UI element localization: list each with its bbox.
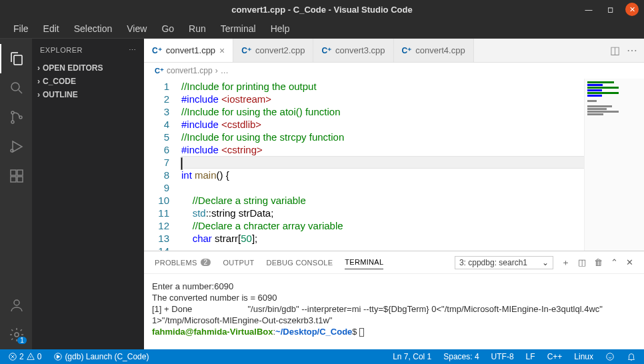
- activitybar: 1: [0, 39, 32, 349]
- more-icon[interactable]: ⋯: [627, 44, 637, 57]
- chevron-right-icon: ›: [215, 66, 218, 75]
- more-icon: …: [221, 66, 229, 75]
- tab-convert2-cpp[interactable]: C⁺convert2.cpp: [233, 39, 313, 62]
- menu-file[interactable]: File: [7, 21, 35, 37]
- sidebar-section-open-editors[interactable]: ›OPEN EDITORS: [32, 61, 144, 75]
- feedback-icon[interactable]: [603, 352, 617, 361]
- tab-output[interactable]: OUTPUT: [223, 256, 254, 269]
- svg-point-9: [14, 300, 19, 305]
- search-icon[interactable]: [0, 73, 32, 103]
- explorer-icon[interactable]: [0, 44, 32, 73]
- status-os[interactable]: Linux: [571, 352, 596, 361]
- svg-point-4: [11, 149, 13, 152]
- sidebar: EXPLORER ⋯ ›OPEN EDITORS›C_CODE›OUTLINE: [32, 39, 144, 349]
- close-panel-icon[interactable]: ✕: [626, 257, 633, 267]
- status-launch-config[interactable]: (gdb) Launch (C_Code): [51, 352, 151, 361]
- code-editor[interactable]: 1234567891011121314 //Include for printi…: [144, 79, 644, 251]
- sidebar-title: EXPLORER: [40, 46, 83, 54]
- code-content[interactable]: //Include for printing the output#includ…: [181, 79, 644, 251]
- tab-convert1-cpp[interactable]: C⁺convert1.cpp×: [144, 39, 233, 62]
- window-title: convert1.cpp - C_Code - Visual Studio Co…: [0, 5, 644, 15]
- cpp-file-icon: C⁺: [402, 46, 412, 55]
- maximize-panel-icon[interactable]: ⌃: [611, 257, 618, 267]
- new-terminal-icon[interactable]: ＋: [561, 257, 570, 269]
- sidebar-section-outline[interactable]: ›OUTLINE: [32, 88, 144, 101]
- svg-point-2: [11, 121, 14, 123]
- extensions-icon[interactable]: [0, 161, 32, 191]
- tab-convert3-cpp[interactable]: C⁺convert3.cpp: [313, 39, 393, 62]
- trash-icon[interactable]: 🗑: [594, 257, 603, 267]
- minimize-button[interactable]: —: [583, 3, 595, 15]
- menubar: FileEditSelectionViewGoRunTerminalHelp: [0, 19, 644, 39]
- source-control-icon[interactable]: [0, 103, 32, 132]
- chevron-right-icon: ›: [37, 63, 40, 73]
- tab-terminal[interactable]: TERMINAL: [345, 255, 383, 269]
- svg-rect-7: [17, 177, 23, 182]
- terminal-select[interactable]: 3: cppdbg: search1 ⌄: [455, 256, 553, 269]
- status-errors[interactable]: 2 0: [5, 352, 44, 361]
- more-icon[interactable]: ⋯: [129, 46, 137, 55]
- bottom-panel: PROBLEMS 2 OUTPUT DEBUG CONSOLE TERMINAL…: [144, 251, 644, 349]
- statusbar: 2 0 (gdb) Launch (C_Code) Ln 7, Col 1 Sp…: [0, 349, 644, 364]
- account-icon[interactable]: [0, 291, 32, 320]
- cpp-file-icon: C⁺: [152, 46, 162, 55]
- sidebar-section-c_code[interactable]: ›C_CODE: [32, 75, 144, 88]
- svg-point-0: [11, 83, 19, 91]
- svg-point-1: [11, 111, 14, 114]
- status-encoding[interactable]: UTF-8: [489, 352, 517, 361]
- close-tab-icon[interactable]: ×: [219, 45, 225, 56]
- run-debug-icon[interactable]: [0, 132, 32, 161]
- cpp-file-icon: C⁺: [241, 46, 251, 55]
- terminal[interactable]: Enter a number:6090The converted number …: [144, 274, 644, 349]
- line-gutter: 1234567891011121314: [144, 79, 181, 251]
- status-spaces[interactable]: Spaces: 4: [441, 352, 481, 361]
- titlebar: convert1.cpp - C_Code - Visual Studio Co…: [0, 0, 644, 19]
- split-terminal-icon[interactable]: ◫: [578, 257, 586, 267]
- cpp-file-icon: C⁺: [155, 67, 164, 75]
- svg-rect-8: [17, 170, 23, 175]
- settings-badge: 1: [17, 337, 27, 344]
- menu-selection[interactable]: Selection: [67, 21, 119, 37]
- menu-help[interactable]: Help: [264, 21, 297, 37]
- settings-icon[interactable]: 1: [0, 320, 32, 349]
- menu-run[interactable]: Run: [182, 21, 213, 37]
- menu-go[interactable]: Go: [155, 21, 181, 37]
- breadcrumb[interactable]: C⁺ convert1.cpp › …: [144, 63, 644, 79]
- svg-point-10: [15, 333, 19, 337]
- close-button[interactable]: ✕: [625, 3, 639, 16]
- menu-view[interactable]: View: [120, 21, 153, 37]
- tab-debug-console[interactable]: DEBUG CONSOLE: [266, 256, 333, 269]
- tab-problems[interactable]: PROBLEMS 2: [155, 256, 211, 269]
- chevron-down-icon: ⌄: [542, 258, 549, 267]
- svg-rect-5: [11, 170, 16, 175]
- chevron-right-icon: ›: [37, 77, 40, 86]
- svg-point-13: [607, 353, 614, 361]
- tab-convert4-cpp[interactable]: C⁺convert4.cpp: [394, 39, 474, 62]
- menu-edit[interactable]: Edit: [37, 21, 66, 37]
- tabbar: C⁺convert1.cpp×C⁺convert2.cppC⁺convert3.…: [144, 39, 644, 63]
- notifications-icon[interactable]: [624, 352, 639, 361]
- status-eol[interactable]: LF: [523, 352, 538, 361]
- cpp-file-icon: C⁺: [321, 46, 331, 55]
- menu-terminal[interactable]: Terminal: [214, 21, 263, 37]
- chevron-right-icon: ›: [37, 90, 40, 99]
- problems-count: 2: [201, 259, 211, 266]
- maximize-button[interactable]: ◻: [604, 3, 616, 15]
- svg-rect-6: [11, 177, 16, 182]
- status-lang[interactable]: C++: [545, 352, 565, 361]
- minimap[interactable]: [584, 79, 644, 251]
- split-editor-icon[interactable]: ◫: [610, 44, 620, 57]
- status-lncol[interactable]: Ln 7, Col 1: [390, 352, 434, 361]
- breadcrumb-file: convert1.cpp: [167, 66, 213, 75]
